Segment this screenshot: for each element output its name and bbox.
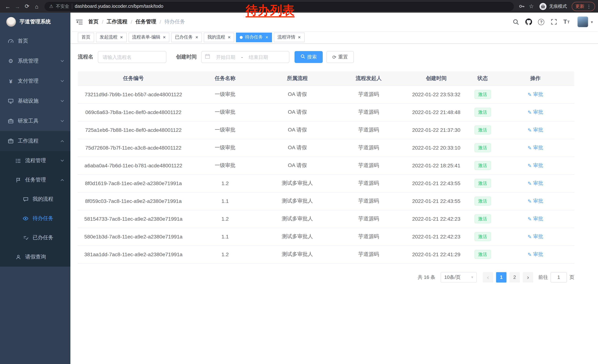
approve-link[interactable]: ✎审批: [528, 180, 543, 187]
page-button-2[interactable]: 2: [509, 272, 520, 282]
browser-menu-icon[interactable]: ⋮: [587, 4, 591, 9]
end-date-input[interactable]: [244, 54, 273, 60]
cell-created: 2022-01-22 20:33:10: [404, 139, 469, 157]
forward-icon[interactable]: →: [13, 1, 22, 11]
app-logo: [6, 17, 16, 27]
approve-link[interactable]: ✎审批: [528, 127, 543, 133]
create-time-label: 创建时间: [176, 54, 197, 60]
security-label: 不安全: [56, 3, 69, 9]
sidebar-item-dev-tools[interactable]: 研发工具: [0, 111, 70, 131]
reload-icon[interactable]: ⟳: [22, 1, 32, 11]
cell-initiator: 芋道源码: [333, 210, 404, 228]
sidebar-item-infrastructure[interactable]: 基础设施: [0, 91, 70, 111]
sidebar-item-task-management[interactable]: 任务管理: [0, 170, 70, 190]
cell-task-name: 1.1: [189, 192, 261, 210]
user-menu[interactable]: ▾: [577, 16, 593, 27]
reset-button-label: 重置: [338, 54, 348, 60]
breadcrumb-separator: /: [131, 19, 132, 25]
sidebar-item-home[interactable]: 首页: [0, 31, 70, 51]
navbar: 首页 / 工作流程 / 任务管理 / 待办任务 ?: [70, 13, 598, 31]
approve-link-label: 审批: [533, 180, 543, 187]
sidebar-collapse-icon[interactable]: [70, 13, 88, 31]
next-page-button[interactable]: ›: [523, 272, 533, 282]
fullscreen-icon[interactable]: [548, 13, 560, 31]
warning-icon: ⚠: [49, 4, 53, 9]
start-date-input[interactable]: [212, 54, 240, 60]
tab-my-process[interactable]: 我的流程 ×: [204, 32, 234, 42]
close-icon[interactable]: ×: [120, 35, 123, 40]
update-button[interactable]: 更新 ⋮: [572, 2, 595, 11]
incognito-label: 无痕模式: [549, 3, 567, 9]
sidebar-item-my-process[interactable]: 我的流程: [0, 190, 70, 209]
tab-done-tasks[interactable]: 已办任务 ×: [171, 32, 202, 42]
col-action: 操作: [497, 72, 574, 86]
tab-label: 流程表单-编辑: [132, 34, 160, 40]
close-icon[interactable]: ×: [298, 35, 301, 40]
approve-link[interactable]: ✎审批: [528, 145, 543, 151]
cell-process: 测试多审批人: [261, 192, 333, 210]
edit-icon: ✎: [528, 163, 532, 168]
sidebar-item-label: 基础设施: [18, 98, 39, 105]
search-button[interactable]: 搜索: [295, 51, 323, 63]
close-icon[interactable]: ×: [163, 35, 166, 40]
close-icon[interactable]: ×: [195, 35, 198, 40]
approve-link[interactable]: ✎审批: [528, 251, 543, 258]
approve-link[interactable]: ✎审批: [528, 109, 543, 115]
tab-process-detail[interactable]: 流程详情 ×: [274, 32, 304, 42]
sidebar-item-todo-tasks[interactable]: 待办任务: [0, 209, 70, 228]
cell-created: 2022-01-21 22:43:55: [404, 174, 469, 192]
active-dot: [240, 36, 243, 39]
range-separator: -: [241, 54, 243, 60]
sidebar: 芋道管理系统 首页 ⚙ 系统管理 ¥ 支付管理: [0, 13, 70, 364]
github-icon[interactable]: [523, 13, 535, 31]
approve-link[interactable]: ✎审批: [528, 91, 543, 98]
breadcrumb-item[interactable]: 工作流程: [107, 18, 127, 25]
sidebar-item-done-tasks[interactable]: 已办任务: [0, 228, 70, 247]
tab-start-process[interactable]: 发起流程 ×: [96, 32, 126, 42]
sidebar-item-payment[interactable]: ¥ 支付管理: [0, 71, 70, 91]
sidebar-item-leave-query[interactable]: 请假查询: [0, 247, 70, 267]
page-size-select[interactable]: 10条/页 ▾: [440, 272, 477, 282]
chevron-up-icon: [61, 140, 64, 144]
close-icon[interactable]: ×: [266, 35, 268, 40]
sidebar-item-system[interactable]: ⚙ 系统管理: [0, 51, 70, 71]
approve-link[interactable]: ✎审批: [528, 233, 543, 240]
process-name-input[interactable]: [98, 51, 166, 63]
help-icon[interactable]: ?: [535, 13, 548, 31]
date-range-picker[interactable]: -: [201, 51, 289, 63]
breadcrumb-item[interactable]: 任务管理: [136, 18, 156, 25]
address-bar[interactable]: ⚠ 不安全 dashboard.yudao.iocoder.cn/bpm/tas…: [44, 2, 514, 11]
key-icon[interactable]: [517, 1, 526, 11]
tab-todo-tasks[interactable]: 待办任务 ×: [236, 32, 272, 42]
avatar[interactable]: [577, 16, 588, 27]
back-icon[interactable]: ←: [3, 1, 13, 11]
font-size-icon[interactable]: T T: [560, 13, 573, 31]
app-logo-row[interactable]: 芋道管理系统: [0, 13, 70, 31]
prev-page-button[interactable]: ‹: [483, 272, 493, 282]
caret-down-icon: ▾: [471, 275, 473, 279]
tab-label: 我的流程: [208, 34, 225, 40]
reset-button[interactable]: ⟳ 重置: [326, 51, 354, 63]
bookmark-star-icon[interactable]: ☆: [526, 1, 536, 11]
cell-created: 2022-01-22 21:37:30: [404, 121, 469, 139]
goto-page-input[interactable]: [551, 272, 567, 282]
cell-initiator: 芋道源码: [333, 157, 404, 174]
sidebar-item-workflow[interactable]: 工作流程: [0, 131, 70, 151]
home-icon[interactable]: ⌂: [32, 1, 42, 11]
cell-initiator: 芋道源码: [333, 121, 404, 139]
approve-link[interactable]: ✎审批: [528, 198, 543, 204]
calendar-icon: [205, 54, 210, 60]
list-icon: [15, 157, 22, 164]
tab-process-form-edit[interactable]: 流程表单-编辑 ×: [128, 32, 169, 42]
approve-link[interactable]: ✎审批: [528, 216, 543, 222]
search-icon[interactable]: [510, 13, 523, 31]
table-row: 8f059c03-7ac8-11ec-a9e2-a2380e71991a 1.1…: [78, 192, 574, 210]
page-button-1[interactable]: 1: [496, 272, 507, 282]
sidebar-item-process-management[interactable]: 流程管理: [0, 151, 70, 170]
cell-initiator: 芋道源码: [333, 86, 404, 103]
breadcrumb-item[interactable]: 首页: [88, 18, 99, 25]
tabs-bar: 首页 发起流程 × 流程表单-编辑 × 已办任务 × 我的流程 ×: [70, 31, 598, 44]
approve-link[interactable]: ✎审批: [528, 162, 543, 169]
close-icon[interactable]: ×: [228, 35, 231, 40]
tab-home[interactable]: 首页: [78, 32, 94, 42]
